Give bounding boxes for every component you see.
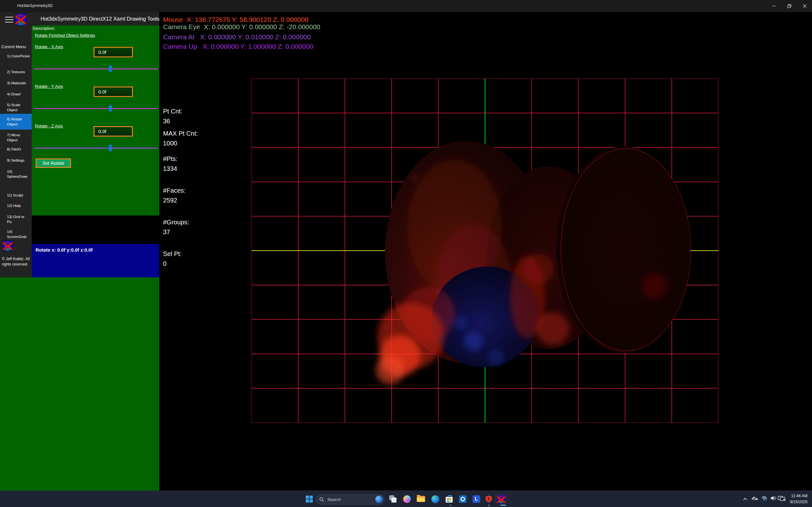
onedrive-paused-icon[interactable]: [751, 495, 759, 503]
store-icon[interactable]: [444, 494, 455, 504]
stat-label: #Pts:: [163, 155, 177, 163]
sidebar-item-5[interactable]: 5) Scale Object: [0, 103, 32, 112]
sidebar-item-1[interactable]: 1) ColorPicker: [0, 54, 32, 59]
lower-green-panel: [0, 277, 159, 491]
restore-icon: [787, 4, 792, 8]
hot3dx-app-icon[interactable]: Hot 3D: [496, 494, 507, 504]
edge-icon[interactable]: [430, 494, 441, 504]
window-titlebar: Hot3dxSymmetry3D: [0, 0, 812, 12]
close-icon: [803, 4, 807, 8]
clock-date: 9/23/2025: [790, 499, 808, 505]
stat-value: 1334: [163, 165, 177, 172]
stat-label: Sel Pt:: [163, 250, 182, 258]
minimize-button[interactable]: [767, 0, 781, 12]
minimize-icon: [772, 4, 776, 8]
stat-value: 36: [163, 118, 170, 125]
model-object: [376, 141, 691, 384]
stat-value: 0: [163, 260, 166, 268]
rotate-slider-thumb[interactable]: [109, 145, 112, 152]
search-icon: [319, 497, 324, 502]
close-button[interactable]: [798, 0, 812, 12]
outlook-icon[interactable]: [457, 494, 468, 504]
stat-label: #Faces:: [163, 187, 186, 194]
rotate-slider-track[interactable]: [34, 148, 158, 149]
rotate-group-x: Rotate - X Axis0.0f: [32, 44, 159, 79]
rotate-slider-thumb[interactable]: [109, 65, 112, 72]
rotate-status-text: Rotate x: 0.0f y:0.0f z:0.0f: [36, 247, 93, 252]
viewport-3d[interactable]: [252, 78, 718, 423]
sidebar-item-9[interactable]: 9) Settings: [0, 158, 32, 163]
sidebar-item-3[interactable]: 3) Materials: [0, 81, 32, 86]
rotate-slider-track[interactable]: [34, 68, 158, 69]
clock-time: 11:46 AM: [790, 493, 808, 499]
stat-label: MAX Pt Cnt:: [163, 130, 198, 137]
tray-clock[interactable]: 11:46 AM 9/23/2025: [790, 493, 808, 505]
hamburger-menu-icon[interactable]: [5, 17, 13, 23]
defender-shield-icon[interactable]: [484, 494, 494, 504]
control-menu-sidebar: Control Menu 1) ColorPicker2) Textures3)…: [0, 25, 32, 277]
rotate-settings-title[interactable]: Rotate Finished Object Settings: [35, 33, 95, 38]
rotate-value-input[interactable]: 0.0f: [94, 47, 133, 57]
readout-mouse: Mouse X: 138.772675 Y: 58.900120 Z: 0.00…: [163, 16, 308, 23]
sidebar-item-11[interactable]: 11) Sculpt: [0, 193, 32, 198]
rotate-status-panel: Rotate x: 0.0f y:0.0f z:0.0f: [32, 244, 159, 277]
sidebar-item-2[interactable]: 2) Textures: [0, 70, 32, 75]
control-menu-heading: Control Menu: [1, 44, 26, 49]
stat-value: 37: [163, 228, 170, 236]
stat-label: Pt Cnt:: [163, 108, 183, 115]
rotate-value-input[interactable]: 0.0f: [94, 87, 133, 97]
stat-value: 1000: [163, 140, 177, 147]
sidebar-item-4[interactable]: 4) Draw!: [0, 92, 32, 97]
copilot-icon[interactable]: [402, 494, 412, 504]
sidebar-item-14[interactable]: 14) ScreenGrab: [0, 229, 32, 239]
set-rotate-button[interactable]: Set Rotate: [36, 158, 71, 168]
sidebar-item-13[interactable]: 13) Grid or Pic: [0, 215, 32, 224]
file-explorer-icon[interactable]: [415, 494, 426, 504]
stat-label: #Groups:: [163, 219, 189, 226]
readout-camera-up: Camera Up X: 0.000000 Y: 1.000000 Z: 0.0…: [163, 43, 313, 50]
rotate-axis-label: Rotate - X Axis: [35, 44, 63, 49]
rotate-settings-panel: Description: Rotate Finished Object Sett…: [32, 25, 159, 216]
rotate-group-z: Rotate - Z Axis0.0f: [32, 124, 159, 158]
taskbar: Search: [0, 491, 812, 507]
search-input[interactable]: Search: [316, 494, 385, 504]
rotate-value-input[interactable]: 0.0f: [94, 126, 133, 136]
app-logo: Hot 3D: [15, 13, 27, 26]
restore-button[interactable]: [782, 0, 797, 12]
readout-camera-eye: Camera Eye X: 0.000000 Y: 0.000000 Z: -2…: [163, 23, 320, 31]
store-running-dot: [450, 505, 451, 506]
cast-screens-icon[interactable]: [778, 495, 786, 503]
rotate-axis-label: Rotate - Z Axis: [35, 124, 63, 128]
sidebar-item-10[interactable]: 10) SphereDraw: [0, 169, 32, 179]
active-app-indicator: [501, 505, 506, 506]
window-title: Hot3dxSymmetry3D: [17, 3, 53, 8]
rotate-axis-label: Rotate - Y Axis: [35, 84, 63, 89]
desktop-screen: Hot3dxSymmetry3D Hot 3D Hot3dxSymmetry3D…: [0, 0, 812, 507]
copyright-text: © Jeff Kubitz. All rights reserved.: [2, 257, 30, 267]
sidebar-logo: Hot 3D: [3, 240, 13, 251]
linqpad-icon[interactable]: L: [471, 494, 482, 504]
sidebar-item-7[interactable]: 7) Move Object: [0, 133, 32, 143]
start-icon[interactable]: [304, 494, 315, 504]
wifi-secure-icon[interactable]: [761, 495, 768, 503]
sidebar-item-6[interactable]: 6) Rotate Object: [0, 117, 32, 127]
search-placeholder: Search: [327, 497, 375, 502]
readout-camera-at: Camera At X: 0.000000 Y: 0.010000 Z: 0.0…: [163, 33, 310, 41]
shield-running-dot: [488, 505, 490, 506]
app-header-title: Hot3dxSymmetry3D DirectX12 Xaml Drawing …: [41, 16, 159, 22]
stat-value: 2592: [163, 197, 177, 204]
rotate-group-y: Rotate - Y Axis0.0f: [32, 84, 159, 119]
sidebar-item-8[interactable]: 8) FileIO: [0, 147, 32, 152]
rotate-slider-thumb[interactable]: [109, 105, 112, 112]
speaker-icon[interactable]: [770, 495, 776, 502]
rotate-slider-track[interactable]: [34, 108, 158, 109]
task-view-icon[interactable]: [388, 494, 398, 504]
sidebar-item-12[interactable]: 12) Help: [0, 204, 32, 209]
description-label: Description:: [33, 26, 55, 31]
tray-chevron-icon[interactable]: [743, 496, 747, 502]
bing-daily-icon[interactable]: [375, 496, 383, 503]
